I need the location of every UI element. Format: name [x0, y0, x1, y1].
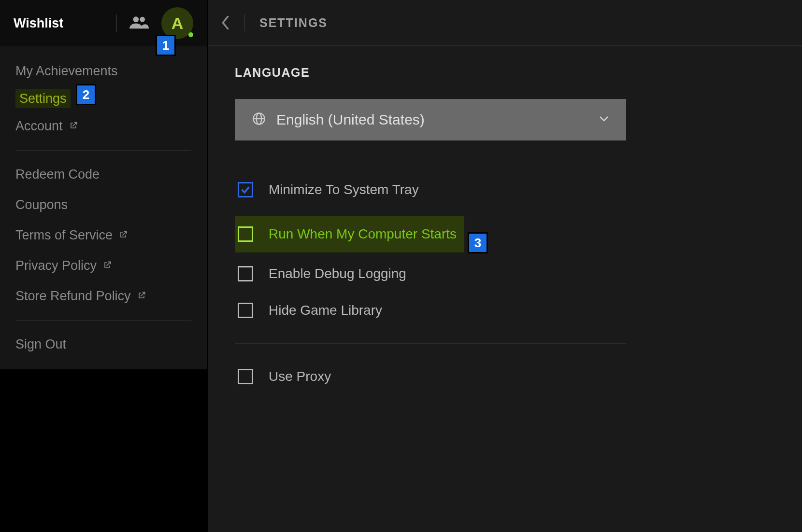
option-label: Enable Debug Logging — [269, 266, 406, 281]
sidebar: Wishlist A My Achievements Settings Acco… — [0, 0, 208, 532]
sidebar-item-coupons[interactable]: Coupons — [0, 190, 207, 220]
language-value: English (United States) — [276, 112, 588, 128]
option-label: Hide Game Library — [269, 303, 382, 318]
sidebar-item-label: Store Refund Policy — [15, 289, 131, 304]
external-link-icon — [102, 258, 112, 273]
sidebar-item-label: Sign Out — [15, 337, 66, 352]
external-link-icon — [69, 119, 78, 134]
svg-point-0 — [133, 16, 139, 22]
option-use-proxy[interactable]: Use Proxy — [235, 358, 775, 395]
option-label: Minimize To System Tray — [269, 182, 419, 197]
chevron-down-icon — [599, 115, 609, 124]
option-label: Use Proxy — [269, 369, 331, 384]
sidebar-item-label: Privacy Policy — [15, 258, 97, 273]
avatar-letter: A — [172, 14, 184, 33]
friends-icon[interactable] — [129, 14, 149, 32]
external-link-icon — [137, 289, 146, 304]
sidebar-divider — [15, 150, 191, 151]
sidebar-item-achievements[interactable]: My Achievements — [0, 56, 207, 86]
header-divider — [116, 14, 117, 32]
sidebar-bottom-fill — [0, 369, 207, 532]
main-panel: SETTINGS LANGUAGE English (United States… — [208, 0, 802, 532]
checkbox-icon — [238, 266, 253, 281]
option-debug-logging[interactable]: Enable Debug Logging — [235, 255, 775, 292]
sidebar-item-label: My Achievements — [15, 64, 118, 79]
sidebar-item-label: Redeem Code — [15, 167, 100, 182]
settings-body: LANGUAGE English (United States) Minimiz… — [208, 46, 802, 414]
sidebar-item-label: Coupons — [15, 197, 68, 212]
page-title: SETTINGS — [259, 16, 328, 30]
sidebar-item-label: Account — [15, 119, 63, 134]
checkbox-icon — [238, 226, 253, 242]
language-dropdown[interactable]: English (United States) — [235, 99, 626, 140]
section-divider — [235, 343, 626, 344]
option-hide-library[interactable]: Hide Game Library — [235, 292, 775, 329]
main-header: SETTINGS — [208, 0, 802, 46]
sidebar-item-settings[interactable]: Settings — [0, 86, 207, 111]
status-dot-icon — [188, 32, 193, 37]
option-run-on-startup[interactable]: Run When My Computer Starts — [235, 216, 464, 252]
annotation-1: 1 — [156, 35, 176, 56]
external-link-icon — [118, 228, 128, 243]
sidebar-item-terms[interactable]: Terms of Service — [0, 220, 207, 251]
sidebar-menu: My Achievements Settings Account Redeem … — [0, 46, 207, 369]
checkbox-icon — [238, 303, 253, 318]
annotation-3: 3 — [468, 232, 488, 253]
sidebar-item-label: Settings — [15, 89, 71, 108]
globe-icon — [252, 112, 266, 127]
header-divider — [244, 14, 245, 31]
checkbox-icon — [238, 369, 253, 384]
option-label: Run When My Computer Starts — [269, 226, 457, 242]
sidebar-item-account[interactable]: Account — [0, 111, 207, 141]
svg-point-1 — [140, 17, 145, 22]
annotation-2: 2 — [76, 84, 96, 105]
wishlist-title[interactable]: Wishlist — [14, 16, 63, 31]
sidebar-item-signout[interactable]: Sign Out — [0, 329, 207, 360]
sidebar-item-refund[interactable]: Store Refund Policy — [0, 281, 207, 311]
language-section-title: LANGUAGE — [235, 66, 775, 80]
back-button[interactable] — [221, 16, 230, 29]
sidebar-item-label: Terms of Service — [15, 228, 113, 243]
checkbox-icon — [238, 182, 253, 197]
sidebar-item-redeem[interactable]: Redeem Code — [0, 159, 207, 190]
option-minimize-tray[interactable]: Minimize To System Tray — [235, 171, 775, 208]
sidebar-divider — [15, 320, 191, 321]
sidebar-item-privacy[interactable]: Privacy Policy — [0, 251, 207, 281]
